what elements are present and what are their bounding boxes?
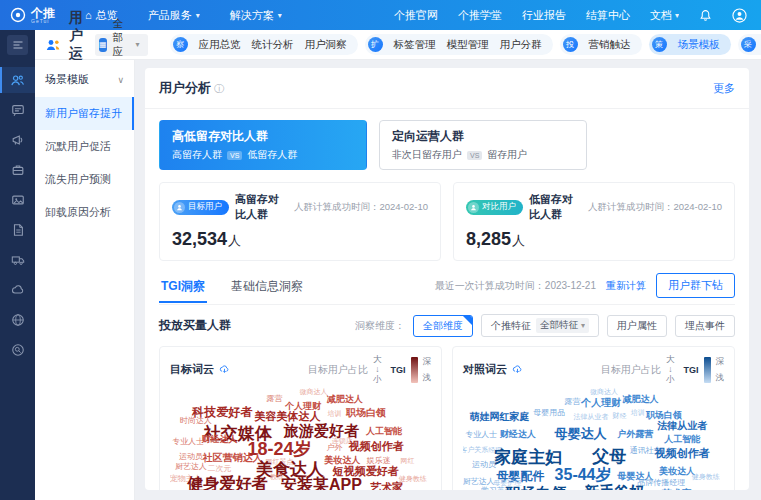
cloud-word[interactable]: 短视频爱好者	[333, 466, 399, 477]
cloud-word[interactable]: 安装某APP	[281, 477, 362, 490]
cloud-word[interactable]: 运动员	[179, 453, 203, 461]
cloud-word[interactable]: 家庭主妇	[494, 449, 562, 466]
cloud-word[interactable]: 职场白领	[346, 408, 386, 418]
topnav-item-solutions[interactable]: 解决方案▾	[230, 8, 282, 23]
cloud-word[interactable]: 运动员	[472, 461, 496, 469]
cloud-word[interactable]: 父母	[592, 447, 626, 464]
cloud-word[interactable]: 减肥达人	[622, 395, 658, 404]
rail-item-megaphone-icon[interactable]	[0, 127, 35, 153]
rail-item-document-icon[interactable]	[0, 217, 35, 243]
filter-tracking-events[interactable]: 埋点事件	[675, 315, 735, 337]
cloud-word[interactable]: 35-44岁	[555, 467, 612, 483]
cloud-word[interactable]: 人工智能	[366, 427, 402, 436]
cloud-word[interactable]: 母婴用品	[533, 409, 565, 417]
sidenav-item-silent-user-activation[interactable]: 沉默用户促活	[35, 130, 134, 163]
cloud-word[interactable]: 露营	[565, 398, 581, 406]
rail-item-user-operation-icon[interactable]	[0, 67, 35, 93]
cloud-word[interactable]: 厨艺达人	[175, 463, 207, 471]
filter-user-attributes[interactable]: 用户属性	[607, 315, 667, 337]
cloud-word[interactable]: 微商达人	[300, 388, 328, 395]
topnav-item-industry-report[interactable]: 行业报告	[522, 8, 566, 23]
cloud-word[interactable]: 户外露营	[617, 429, 653, 438]
download-icon[interactable]	[219, 364, 230, 375]
cloud-word[interactable]: 美妆达人	[324, 455, 360, 464]
cloud-word[interactable]: 法律从业者	[657, 421, 707, 431]
menu-item-model-management[interactable]: 模型管理	[447, 38, 489, 52]
menu-item-tag-management[interactable]: 标签管理	[394, 38, 436, 52]
cloud-word[interactable]: 旅游爱好者	[284, 423, 359, 438]
cloud-word[interactable]: 健身教练	[692, 473, 720, 480]
topnav-item-products[interactable]: 产品服务▾	[148, 8, 200, 23]
cloud-word[interactable]: 网红	[401, 456, 415, 463]
cloud-word[interactable]: 萌娃网红家庭	[470, 412, 530, 422]
menu-item-app-overview[interactable]: 应用总览	[199, 38, 241, 52]
cloud-word[interactable]: 视频创作者	[655, 448, 710, 459]
user-group-drill-button[interactable]: 用户群下钻	[656, 273, 735, 298]
rail-item-gallery-icon[interactable]	[0, 187, 35, 213]
cloud-word[interactable]: 培训	[327, 410, 341, 417]
sidenav-item-new-user-retention[interactable]: 新用户留存提升	[35, 97, 134, 130]
chevron-down-icon[interactable]: ∨	[117, 75, 124, 85]
cloud-word[interactable]: 艺术家	[662, 489, 692, 490]
notification-bell-icon[interactable]	[699, 9, 712, 22]
cloud-word[interactable]: 娱乐迷	[367, 457, 391, 465]
topnav-item-billing-center[interactable]: 结算中心	[586, 8, 630, 23]
cloud-word[interactable]: 露营	[266, 395, 282, 403]
cloud-word[interactable]: 二次元	[208, 465, 232, 473]
user-avatar[interactable]	[732, 8, 747, 23]
cloud-word[interactable]: 美容美体达人	[254, 410, 320, 421]
cloud-word[interactable]: 微商达人	[590, 388, 618, 395]
cloud-word[interactable]: 视频创作者	[349, 440, 404, 451]
crowd-card-targeted-operation[interactable]: 定向运营人群 非次日留存用户 VS 留存用户	[379, 120, 587, 170]
menu-item-stats-analysis[interactable]: 统计分析	[252, 38, 294, 52]
menu-item-scene-template[interactable]: 场景模板	[678, 38, 720, 52]
cloud-word[interactable]: 艺术家	[370, 481, 403, 490]
cloud-word[interactable]: 培训	[631, 409, 645, 416]
rail-item-search-icon[interactable]	[0, 337, 35, 363]
cloud-word[interactable]: 社区营销达人	[203, 453, 263, 463]
sidenav-item-churn-prediction[interactable]: 流失用户预测	[35, 163, 134, 196]
cloud-word[interactable]: 个人理财	[581, 398, 621, 408]
topnav-item-official-site[interactable]: 个推官网	[394, 8, 438, 23]
cloud-word[interactable]: 财经达人	[202, 435, 238, 444]
cloud-word[interactable]: 户外	[326, 444, 342, 452]
cloud-word[interactable]: 减肥达人	[327, 395, 363, 404]
app-select-dropdown[interactable]: ▦ 全部应用 ▾	[95, 34, 148, 56]
sidenav-item-uninstall-analysis[interactable]: 卸载原因分析	[35, 196, 134, 229]
feature-sub-select[interactable]: 全部特征▾	[536, 318, 589, 333]
cloud-word[interactable]: 专业人士	[172, 438, 204, 446]
topnav-item-academy[interactable]: 个推学堂	[458, 8, 502, 23]
tab-tgi-insight[interactable]: TGI洞察	[159, 274, 207, 303]
menu-item-marketing-reach[interactable]: 营销触达	[589, 38, 631, 52]
cloud-word[interactable]: 人工智能	[664, 435, 700, 444]
cloud-word[interactable]: 品牌传播经理	[637, 479, 685, 487]
recalculate-link[interactable]: 重新计算	[606, 279, 646, 293]
cloud-word[interactable]: 健身教练	[399, 474, 427, 481]
filter-all-dimensions[interactable]: 全部维度	[413, 315, 473, 337]
filter-getui-features[interactable]: 个推特征 全部特征▾	[481, 314, 599, 337]
rail-item-globe-icon[interactable]	[0, 307, 35, 333]
tab-basic-info-insight[interactable]: 基础信息洞察	[229, 274, 305, 303]
getui-logo[interactable]: 个推 GeTui	[10, 7, 55, 24]
download-icon[interactable]	[512, 364, 523, 375]
menu-item-user-segment[interactable]: 用户分群	[500, 38, 542, 52]
rail-item-cloud-icon[interactable]	[0, 277, 35, 303]
cloud-word[interactable]: 财经	[613, 411, 627, 418]
cloud-word[interactable]: 母婴达人	[554, 426, 606, 439]
cloud-word[interactable]: 财经达人	[500, 429, 536, 438]
sidebar-toggle-icon[interactable]	[7, 35, 28, 55]
cloud-word[interactable]: 职场白领	[506, 484, 566, 490]
cloud-word[interactable]: 新手爸妈	[584, 483, 644, 490]
crowd-card-retention-compare[interactable]: 高低留存对比人群 高留存人群 VS 低留存人群	[159, 120, 367, 170]
rail-item-briefcase-icon[interactable]	[0, 157, 35, 183]
rail-item-truck-icon[interactable]	[0, 247, 35, 273]
cloud-word[interactable]: 美妆达人	[659, 467, 695, 476]
cloud-word[interactable]: 职场白领	[646, 410, 682, 419]
cloud-word[interactable]: 健身爱好者	[187, 476, 267, 490]
menu-item-user-insight[interactable]: 用户洞察	[305, 38, 347, 52]
cloud-word[interactable]: 法律从业者	[573, 412, 608, 419]
cloud-word[interactable]: 专业人士	[465, 431, 497, 439]
rail-item-message-icon[interactable]	[0, 97, 35, 123]
more-link[interactable]: 更多	[713, 81, 735, 96]
topnav-item-docs[interactable]: 文档▾	[650, 8, 679, 23]
